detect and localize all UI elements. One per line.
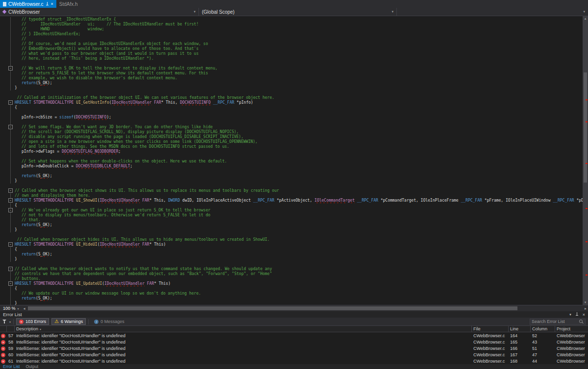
error-row-icon-cell: ×	[0, 340, 7, 345]
scope-dropdown[interactable]: (Global Scope) ▾	[199, 8, 397, 16]
member-dropdown[interactable]: ▾	[397, 8, 588, 16]
code-token: {	[15, 203, 17, 208]
code-line: return(S_OK);	[0, 252, 583, 257]
fold-collapse-icon[interactable]: -	[8, 281, 13, 286]
error-icon: ×	[1, 340, 5, 345]
error-row-icon-cell: ×	[0, 352, 7, 357]
description-column-header[interactable]: Description ▾	[15, 326, 472, 332]
code-token: IOleCommandTarget	[315, 198, 355, 203]
fold-gutter	[0, 149, 15, 154]
code-line: // We update our UI in our window messag…	[0, 291, 583, 296]
warnings-count-label: 6 Warnings	[61, 319, 83, 324]
column-header-label: File	[473, 326, 481, 331]
error-line: 166	[509, 346, 531, 351]
code-token: IDocHostUIHandler	[99, 242, 140, 247]
scroll-right-icon[interactable]: ▸	[583, 306, 588, 311]
fold-collapse-icon[interactable]: -	[8, 267, 13, 271]
chevron-down-icon[interactable]: ▾	[9, 320, 11, 323]
code-line: -// We will return S_OK to tell the brow…	[0, 66, 583, 71]
fold-gutter	[0, 115, 15, 120]
sort-icon: ▾	[40, 327, 41, 331]
tab-error-list[interactable]: Error List	[3, 364, 20, 369]
horizontal-scrollbar[interactable]	[27, 305, 583, 311]
error-row-icon-cell: ×	[0, 346, 7, 351]
search-input[interactable]	[532, 319, 579, 324]
scrollbar-thumb[interactable]	[584, 72, 587, 183]
code-token: S_OK	[38, 296, 48, 300]
fold-gutter	[0, 154, 15, 159]
code-area[interactable]: // typedef struct _IDocHostUIHandlerEx {…	[0, 16, 583, 305]
close-icon[interactable]: ×	[583, 312, 585, 317]
error-row[interactable]: ×58IntelliSense: identifier "IDocHostUIH…	[0, 339, 588, 345]
error-column: 52	[531, 333, 555, 338]
scroll-left-icon[interactable]: ◂	[22, 306, 27, 311]
pin-icon[interactable]	[575, 312, 579, 317]
error-column: 47	[531, 352, 555, 357]
code-token: DOCHOSTUIINFO	[76, 115, 107, 119]
fold-collapse-icon[interactable]: -	[8, 208, 13, 212]
search-box	[530, 319, 586, 325]
messages-count-label: 0 Messages	[100, 319, 124, 324]
error-row[interactable]: ×57IntelliSense: identifier "IDocHostUIH…	[0, 332, 588, 339]
code-line: // Called at initialization of the brows…	[0, 95, 583, 100]
code-token: // Called when the browser object wants …	[15, 267, 272, 271]
code-line: -// We've already got our own UI in plac…	[0, 208, 583, 213]
zoom-control[interactable]: 100 % ▾	[0, 306, 22, 311]
code-token: {	[15, 105, 17, 110]
vertical-scrollbar[interactable]: ▴ ▾	[583, 16, 588, 305]
fold-gutter	[0, 203, 15, 208]
errors-filter-button[interactable]: × 103 Errors	[16, 318, 49, 325]
scrollbar-thumb[interactable]	[28, 306, 517, 310]
code-token: DOCHOSTUIDBLCLK_DEFAULT	[76, 164, 130, 168]
file-column-header[interactable]: File	[472, 326, 509, 332]
code-line: // open a site in a new browser window w…	[0, 139, 583, 144]
error-mark	[586, 163, 588, 164]
fold-gutter	[0, 252, 15, 257]
code-token: );	[48, 223, 52, 227]
code-token: // HWND window;	[22, 27, 104, 31]
fold-collapse-icon[interactable]: -	[8, 125, 13, 129]
toolbar-separator	[88, 319, 89, 324]
tab-stdafx-h[interactable]: StdAfx.h	[56, 0, 81, 8]
fold-collapse-icon[interactable]: -	[8, 188, 13, 193]
error-list-title-bar[interactable]: Error List ▾ ×	[0, 311, 588, 318]
code-token: ;	[118, 149, 121, 154]
error-description: IntelliSense: identifier "IDocHostUIHand…	[15, 333, 472, 338]
pin-icon[interactable]	[46, 2, 49, 6]
search-icon[interactable]	[579, 320, 584, 324]
code-line: pInfo->dwFlags = DOCHOSTUIFLAG_NO3DBORDE…	[0, 149, 583, 154]
scroll-up-icon[interactable]: ▴	[583, 16, 588, 21]
error-row[interactable]: ×59IntelliSense: identifier "IDocHostUIH…	[0, 345, 588, 351]
warnings-filter-button[interactable]: ⚠ 6 Warnings	[51, 318, 86, 325]
window-position-icon[interactable]: ▾	[569, 313, 571, 317]
close-icon[interactable]: ×	[51, 2, 53, 6]
fold-collapse-icon[interactable]: -	[8, 198, 13, 203]
number-column-header	[7, 326, 15, 332]
fold-collapse-icon[interactable]: -	[8, 242, 13, 247]
messages-filter-button[interactable]: i 0 Messages	[91, 318, 127, 325]
code-token: // Called when browser object hides its …	[15, 237, 270, 242]
error-mark	[586, 275, 588, 276]
line-column-header[interactable]: Line	[509, 326, 531, 332]
column-column-header[interactable]: Column	[531, 326, 555, 332]
filter-icon[interactable]	[2, 319, 7, 324]
project-dropdown[interactable]: CWebBrowser ▾	[0, 8, 199, 16]
code-token: // } IDocHostUIHandlerEx;	[22, 32, 80, 36]
error-row[interactable]: ×61IntelliSense: identifier "IDocHostUIH…	[0, 358, 588, 364]
fold-collapse-icon[interactable]: -	[8, 66, 13, 70]
code-token: // buttons.	[15, 277, 41, 281]
code-token: __RPC_FAR	[253, 198, 274, 203]
scroll-down-icon[interactable]: ▾	[583, 300, 588, 305]
error-row[interactable]: ×60IntelliSense: identifier "IDocHostUIH…	[0, 351, 588, 358]
code-line: -HRESULT STDMETHODCALLTYPE UI_GetHostInf…	[0, 100, 583, 105]
fold-gutter	[0, 223, 15, 228]
code-line: -// Set some flags. We don't want any 3D…	[0, 125, 583, 130]
column-header-label: Column	[532, 326, 547, 331]
fold-gutter	[0, 144, 15, 149]
project-column-header[interactable]: Project	[555, 326, 588, 332]
tab-output[interactable]: Output	[25, 364, 38, 369]
code-token: // IDocHostUIHandler ui; // The IDocHost…	[22, 22, 198, 26]
tab-cwebbrowser-c[interactable]: CWebBrowser.c ×	[0, 0, 56, 8]
fold-collapse-icon[interactable]: -	[8, 100, 13, 105]
code-token: pInfo->cbSize =	[22, 115, 59, 119]
